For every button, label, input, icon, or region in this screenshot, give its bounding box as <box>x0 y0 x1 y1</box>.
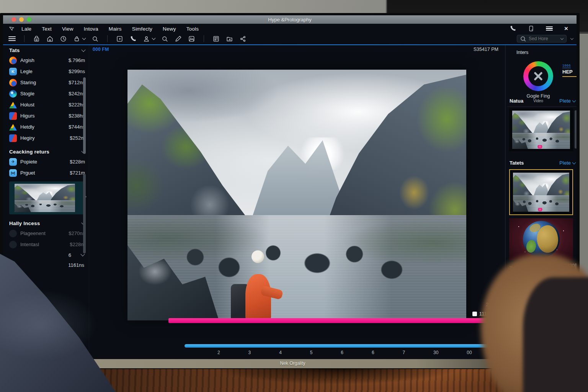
item-value: $238hs <box>69 113 85 119</box>
zoom-window-button[interactable] <box>27 17 31 22</box>
total-time: S35417 PM <box>474 47 498 52</box>
sidebar-section-header[interactable]: Hally Incess <box>5 218 89 228</box>
section-title: Tats <box>9 47 20 53</box>
share-icon[interactable] <box>239 35 247 42</box>
list-item[interactable]: Higurs $238hs <box>5 110 89 121</box>
render-progress-bar[interactable] <box>168 318 503 323</box>
list-item[interactable]: Hegiry $252m <box>5 132 89 144</box>
tick-label: 3 <box>248 350 251 355</box>
site-icon <box>9 124 17 131</box>
minimize-window-button[interactable] <box>19 17 24 22</box>
item-name: Intentasl <box>20 242 66 247</box>
section-title: Ceacking returs <box>9 149 49 155</box>
item-name: Hegiry <box>20 135 66 141</box>
section-title: Hally Incess <box>9 220 40 226</box>
history-icon[interactable] <box>60 35 67 42</box>
chevron-down-icon <box>81 47 85 52</box>
sidebar-preview-thumbnail[interactable] <box>9 181 85 214</box>
site-icon <box>9 134 17 142</box>
sidebar-count-row[interactable]: 6 <box>5 250 89 260</box>
list-item[interactable]: Holust $222hs <box>5 99 89 110</box>
divider <box>24 35 24 42</box>
item-name: Popiete <box>20 159 66 165</box>
tick-label: 7 <box>402 350 405 355</box>
play-panel-icon[interactable] <box>116 35 123 42</box>
fjord-thumbnail <box>512 111 570 149</box>
toolbar <box>3 34 577 44</box>
plete-action-link[interactable]: Plete <box>559 98 575 104</box>
list-item[interactable]: Stogle $242ns <box>5 88 89 99</box>
phone-icon[interactable] <box>509 25 516 32</box>
list-item[interactable]: Popiete $228m <box>5 156 89 167</box>
item-value: $242ns <box>69 91 85 96</box>
search-scope-dropdown[interactable] <box>569 35 575 42</box>
chevron-down-icon <box>560 36 564 39</box>
item-name: Argish <box>20 57 65 63</box>
close-window-button[interactable] <box>11 17 16 22</box>
sidebar-section-header[interactable]: Ceacking returs <box>5 147 89 156</box>
item-value: $.796m <box>69 57 85 63</box>
menu-item[interactable]: Intova <box>84 26 98 32</box>
list-item[interactable]: Plageenent $270ns <box>5 228 89 239</box>
grid-icon[interactable] <box>212 35 220 42</box>
item-value: $712ns <box>69 80 85 85</box>
list-item[interactable]: Staring $712ns <box>5 77 89 88</box>
image-panel-icon[interactable] <box>188 35 195 42</box>
lock-badge-icon[interactable] <box>33 35 40 42</box>
site-icon <box>9 102 17 108</box>
color-wheel[interactable] <box>523 61 553 91</box>
site-icon <box>9 169 17 177</box>
window-title: Hype &Protography <box>268 17 311 23</box>
edit-pencil-icon[interactable] <box>175 35 182 42</box>
list-item[interactable]: Prguet $721m <box>5 167 89 178</box>
zoom-icon[interactable] <box>161 35 168 42</box>
list-menu-icon[interactable] <box>546 26 553 31</box>
menu-item[interactable]: Newy <box>163 26 176 32</box>
search-field[interactable] <box>517 35 567 42</box>
total-value: 1161ns <box>68 262 84 268</box>
timeline-scrubber[interactable] <box>185 344 504 348</box>
tick-label: 4 <box>279 350 282 355</box>
list-item[interactable]: Intentasl $228m <box>5 239 89 250</box>
search-icon[interactable] <box>91 35 99 42</box>
lock-dropdown[interactable] <box>73 35 85 42</box>
item-value: $299ns <box>69 69 85 74</box>
menu-item[interactable]: Simfecty <box>132 26 152 32</box>
menu-item[interactable]: Text <box>42 26 52 32</box>
list-item[interactable]: Hetdly $744ns <box>5 121 89 132</box>
site-icon <box>9 158 17 166</box>
home-icon[interactable] <box>46 35 54 42</box>
hep-value: 1866 <box>562 64 571 68</box>
sidebar-toggle-icon[interactable] <box>8 36 16 41</box>
search-input[interactable] <box>529 36 561 41</box>
list-item[interactable]: Legle $299ns <box>5 66 89 77</box>
call-icon[interactable] <box>129 35 137 42</box>
site-icon <box>9 79 17 87</box>
menu-item[interactable]: Tools <box>186 26 199 32</box>
device-icon[interactable] <box>528 25 534 32</box>
main-preview-image[interactable] <box>127 70 466 320</box>
folder-media-icon[interactable] <box>226 35 233 42</box>
panel-scrollbar[interactable] <box>575 110 577 149</box>
divider <box>204 35 204 42</box>
sidebar-section-header[interactable]: Tats <box>5 45 89 55</box>
preset-thumbnail-selected[interactable] <box>509 169 573 215</box>
menu-item[interactable]: Mairs <box>109 26 122 32</box>
plete-action-link[interactable]: Plete <box>559 160 575 166</box>
hep-tab[interactable]: HEP <box>562 69 577 77</box>
chevron-down-icon <box>570 36 573 39</box>
sidebar-scrollbar[interactable] <box>83 77 86 154</box>
menu-item[interactable]: View <box>62 26 74 32</box>
account-dropdown[interactable] <box>143 35 155 42</box>
preset-thumbnail[interactable] <box>509 108 573 151</box>
sidebar-scrollbar[interactable] <box>83 174 86 253</box>
close-icon[interactable]: × <box>564 26 568 31</box>
chevron-down-icon <box>82 36 86 40</box>
divider <box>507 106 577 107</box>
item-name: Holust <box>20 102 65 108</box>
section-title: Tatets <box>510 160 524 166</box>
window-titlebar: Hype &Protography <box>3 15 577 24</box>
list-item[interactable]: Argish $.796m <box>5 55 89 66</box>
menu-item[interactable]: Lale <box>21 26 31 32</box>
monitor-brand-label: Nek Orgality <box>280 361 305 366</box>
